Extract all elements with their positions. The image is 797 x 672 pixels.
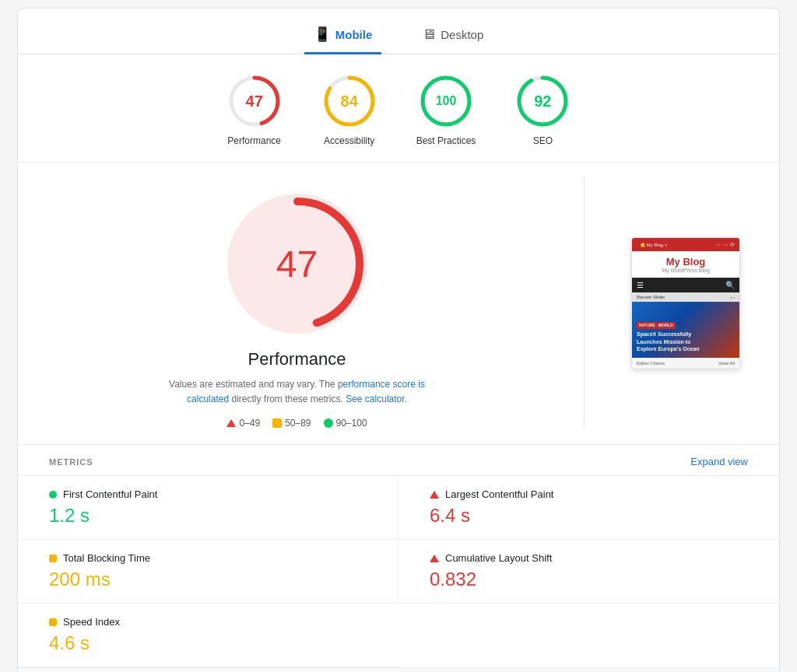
legend: 0–49 50–89 90–100 (226, 418, 367, 429)
tab-mobile-label: Mobile (335, 28, 373, 41)
tab-desktop-label: Desktop (441, 28, 483, 41)
blog-subtitle: My WordPress Blog (637, 268, 735, 273)
desktop-icon: 🖥 (422, 26, 436, 43)
tab-desktop[interactable]: 🖥 Desktop (413, 19, 493, 54)
metric-tbt-header: Total Blocking Time (49, 552, 367, 564)
fcp-value: 1.2 s (49, 505, 367, 527)
metric-lcp-header: Largest Contentful Paint (430, 488, 748, 500)
perf-title: Performance (248, 349, 346, 369)
screenshot-banner-bar: Banner Slider ‹ › (632, 292, 739, 302)
search-nav-icon: 🔍 (725, 281, 735, 289)
tbt-value: 200 ms (49, 569, 367, 590)
cls-indicator (430, 555, 439, 562)
metrics-grid: First Contentful Paint 1.2 s Largest Con… (18, 476, 779, 668)
big-score-circle: 47 (227, 194, 367, 334)
scores-row: 47 Performance 84 Accessibility (18, 54, 779, 163)
pass-icon (324, 418, 333, 428)
score-performance[interactable]: 47 Performance (226, 73, 283, 146)
legend-pass: 90–100 (324, 418, 367, 429)
lcp-indicator (430, 491, 439, 499)
fail-icon (226, 419, 236, 427)
vertical-divider (584, 178, 585, 429)
view-all-label: View All (718, 361, 735, 366)
hamburger-icon: ☰ (637, 281, 644, 289)
cls-value: 0.832 (430, 569, 748, 590)
calculator-link[interactable]: See calculator. (346, 394, 407, 404)
main-container: 📱 Mobile 🖥 Desktop 47 Performance (17, 8, 780, 672)
metrics-label: METRICS (49, 457, 93, 467)
score-label-accessibility: Accessibility (324, 135, 374, 146)
banner-label: Banner Slider (637, 295, 665, 299)
legend-fail: 0–49 (226, 418, 260, 429)
legend-average-range: 50–89 (285, 418, 311, 429)
metric-fcp-header: First Contentful Paint (49, 488, 367, 500)
tbt-name: Total Blocking Time (63, 552, 150, 564)
blog-title: My Blog (637, 256, 735, 268)
lcp-value: 6.4 s (430, 505, 748, 527)
tabs-bar: 📱 Mobile 🖥 Desktop (18, 9, 779, 54)
score-best-practices[interactable]: 100 Best Practices (416, 73, 476, 146)
metric-cls: Cumulative Layout Shift 0.832 (398, 540, 779, 604)
article-title: SpaceX Successfully Launches Mission to … (637, 331, 707, 353)
editor-choice-label: Editor Choice (637, 361, 665, 366)
si-indicator (49, 618, 57, 626)
score-circle-best-practices: 100 (418, 73, 474, 129)
desc-text2: directly from these metrics. (231, 394, 342, 404)
right-panel: ⭐ My Blog × ← → ⟳ My Blog My WordPress B… (623, 178, 748, 429)
screenshot-nav: ☰ 🔍 (632, 278, 739, 292)
tab-mobile[interactable]: 📱 Mobile (304, 19, 382, 54)
expand-view-button[interactable]: Expand view (690, 456, 748, 467)
perf-desc: Values are estimated and may vary. The p… (149, 377, 445, 407)
screenshot-nav-icons: ← → ⟳ (716, 242, 735, 248)
desc-text: Values are estimated and may vary. The (169, 379, 335, 390)
score-seo[interactable]: 92 SEO (514, 73, 571, 146)
si-name: Speed Index (63, 616, 120, 628)
legend-average: 50–89 (272, 418, 311, 429)
page-screenshot: ⭐ My Blog × ← → ⟳ My Blog My WordPress B… (631, 237, 740, 369)
left-panel: 47 Performance Values are estimated and … (49, 178, 545, 429)
score-value-seo: 92 (534, 93, 551, 110)
screenshot-tag: ⭐ My Blog × (637, 241, 671, 248)
score-value-performance: 47 (246, 93, 263, 110)
metrics-header: METRICS Expand view (18, 445, 779, 476)
article-overlay: NATURE · WORLD SpaceX Successfully Launc… (637, 321, 707, 353)
average-icon (272, 418, 282, 428)
metric-cls-header: Cumulative Layout Shift (430, 552, 748, 564)
cls-name: Cumulative Layout Shift (445, 552, 552, 564)
lcp-name: Largest Contentful Paint (445, 488, 553, 500)
score-value-best-practices: 100 (436, 94, 457, 108)
tbt-indicator (49, 555, 57, 562)
metric-si: Speed Index 4.6 s (18, 604, 398, 667)
screenshot-hero-image: NATURE · WORLD SpaceX Successfully Launc… (632, 302, 739, 358)
metric-fcp: First Contentful Paint 1.2 s (18, 476, 398, 540)
big-score-value: 47 (276, 243, 318, 285)
metric-si-header: Speed Index (49, 616, 367, 628)
main-content: 47 Performance Values are estimated and … (18, 163, 779, 445)
fcp-name: First Contentful Paint (63, 488, 157, 500)
metric-tbt: Total Blocking Time 200 ms (18, 540, 398, 604)
article-tag: NATURE · WORLD (637, 322, 676, 329)
score-value-accessibility: 84 (341, 93, 358, 110)
score-label-seo: SEO (533, 135, 553, 146)
screenshot-logo: My Blog My WordPress Blog (632, 251, 739, 278)
score-circle-performance: 47 (226, 73, 283, 129)
score-label-performance: Performance (227, 135, 281, 146)
si-value: 4.6 s (49, 632, 367, 654)
score-label-best-practices: Best Practices (416, 135, 476, 146)
score-circle-seo: 92 (514, 73, 571, 129)
metric-lcp: Largest Contentful Paint 6.4 s (398, 476, 779, 540)
banner-controls: ‹ › (730, 295, 735, 299)
legend-fail-range: 0–49 (239, 418, 260, 429)
mobile-icon: 📱 (314, 26, 331, 43)
screenshot-footer: Editor Choice View All (632, 358, 739, 369)
fcp-indicator (49, 491, 57, 499)
score-accessibility[interactable]: 84 Accessibility (321, 73, 377, 146)
legend-pass-range: 90–100 (336, 418, 367, 429)
score-circle-accessibility: 84 (321, 73, 377, 129)
screenshot-header: ⭐ My Blog × ← → ⟳ (632, 238, 739, 251)
footer: 📅 Captured at Jun 30, 2024, 1:53 PM GMT+… (18, 668, 779, 672)
